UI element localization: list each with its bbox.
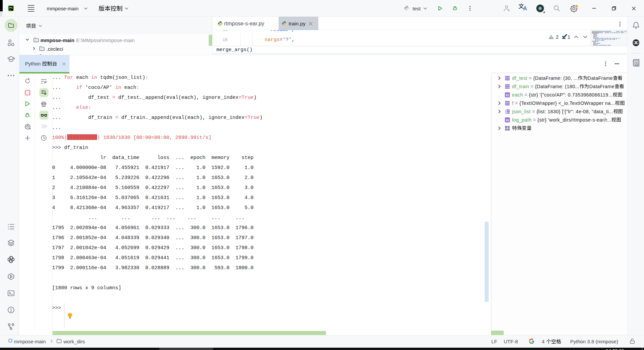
svg-text:3: 3 xyxy=(505,112,506,114)
svg-text:X: X xyxy=(634,40,638,45)
svg-text:01: 01 xyxy=(506,119,509,122)
svg-text:A: A xyxy=(635,62,638,65)
svg-text:01: 01 xyxy=(506,94,509,97)
